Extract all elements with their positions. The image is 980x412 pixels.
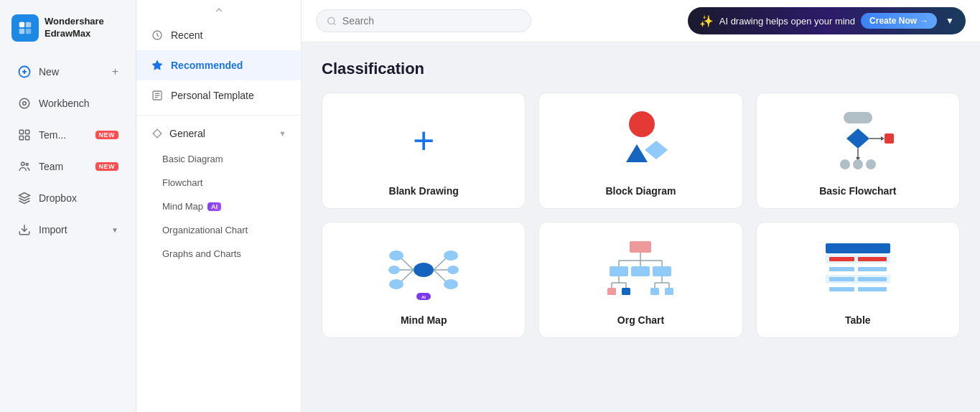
menu-sub-flowchart[interactable]: Flowchart (136, 171, 301, 195)
card-mind-map[interactable]: AI Mind Map (322, 222, 526, 338)
file-icon (151, 89, 164, 102)
sidebar-item-team[interactable]: Team NEW (6, 152, 130, 181)
menu-item-personal-template[interactable]: Personal Template (136, 80, 301, 111)
svg-point-40 (389, 251, 403, 261)
menu-sub-basic-diagram[interactable]: Basic Diagram (136, 147, 301, 171)
svg-rect-83 (858, 277, 887, 281)
svg-point-46 (444, 251, 458, 261)
card-org-chart[interactable]: Org Chart (538, 222, 742, 338)
templates-new-badge: NEW (95, 131, 119, 139)
ai-btn-label: Create Now (869, 16, 917, 26)
team-icon (17, 159, 32, 174)
svg-marker-31 (881, 136, 885, 141)
sidebar-item-templates-label: Tem... (39, 129, 66, 141)
menu-item-personal-template-label: Personal Template (171, 90, 254, 101)
menu-section-general[interactable]: General ▼ (136, 120, 301, 147)
menu-divider (136, 115, 301, 116)
card-table[interactable]: Table (756, 222, 960, 338)
svg-rect-11 (19, 136, 23, 140)
diamond-icon (151, 127, 164, 140)
svg-point-7 (19, 98, 29, 108)
main-content: ✨ AI drawing helps open your mind Create… (302, 0, 980, 412)
cards-grid: + Blank Drawing Block Diagram (322, 93, 960, 338)
search-box[interactable] (316, 9, 531, 32)
svg-line-49 (434, 270, 447, 282)
scroll-up-button[interactable] (136, 0, 301, 20)
card-block-diagram[interactable]: Block Diagram (538, 93, 742, 209)
svg-rect-9 (19, 130, 23, 134)
svg-point-36 (853, 159, 863, 169)
clock-icon (151, 29, 164, 42)
svg-line-39 (401, 258, 414, 270)
svg-line-43 (401, 270, 414, 282)
sidebar-item-dropbox[interactable]: Dropbox (6, 184, 130, 212)
new-plus-icon: + (112, 65, 118, 78)
ai-create-now-button[interactable]: Create Now → (861, 13, 937, 29)
svg-marker-17 (152, 60, 162, 70)
sidebar-item-team-label: Team (39, 161, 63, 172)
search-input[interactable] (342, 15, 521, 27)
top-bar: ✨ AI drawing helps open your mind Create… (302, 0, 980, 42)
sidebar-item-new[interactable]: New + (6, 57, 130, 86)
sidebar-item-workbench[interactable]: Workbench (6, 89, 130, 118)
svg-rect-10 (26, 130, 29, 134)
svg-rect-73 (665, 288, 673, 295)
basic-flowchart-label: Basic Flowchart (819, 185, 896, 197)
sidebar-item-workbench-label: Workbench (39, 98, 90, 109)
menu-item-recent-label: Recent (171, 29, 202, 41)
block-diagram-label: Block Diagram (605, 185, 676, 197)
logo-area: Wondershare EdrawMax (0, 9, 136, 56)
ai-badge: AI (207, 202, 221, 211)
svg-point-13 (22, 162, 25, 166)
menu-item-recommended[interactable]: Recommended (136, 50, 301, 80)
svg-rect-28 (844, 112, 872, 123)
mind-map-label: Mind Map (401, 314, 447, 326)
ai-banner[interactable]: ✨ AI drawing helps open your mind Create… (688, 7, 966, 34)
basic-diagram-label: Basic Diagram (162, 154, 223, 164)
svg-rect-1 (26, 22, 31, 27)
svg-line-24 (334, 23, 336, 25)
ai-btn-arrow-icon: → (920, 16, 928, 26)
svg-rect-2 (19, 29, 24, 34)
svg-rect-61 (653, 266, 671, 276)
banner-dropdown-icon[interactable]: ▼ (946, 16, 954, 26)
svg-rect-0 (19, 22, 24, 27)
svg-rect-12 (26, 136, 29, 140)
svg-marker-26 (645, 141, 668, 159)
sidebar-item-templates[interactable]: Tem... NEW (6, 121, 130, 149)
org-chart-label: Organizational Chart (162, 225, 248, 235)
star-icon (151, 59, 164, 72)
flowchart-label: Flowchart (162, 177, 202, 188)
menu-item-recent[interactable]: Recent (136, 20, 301, 50)
menu-sub-mindmap[interactable]: Mind Map AI (136, 195, 301, 218)
svg-rect-74 (826, 243, 890, 253)
content-area: Classification + Blank Drawing (302, 42, 980, 412)
card-basic-flowchart[interactable]: Basic Flowchart (756, 93, 960, 209)
mind-map-label: Mind Map (162, 201, 203, 212)
basic-flowchart-visual (822, 105, 894, 177)
svg-rect-67 (622, 288, 630, 295)
svg-rect-79 (829, 267, 854, 271)
blank-drawing-plus-icon: + (402, 119, 445, 162)
svg-point-8 (23, 102, 27, 106)
menu-panel: Recent Recommended Personal Template Gen… (136, 0, 302, 412)
app-name: Wondershare EdrawMax (45, 16, 104, 40)
search-icon (327, 16, 337, 27)
card-blank-drawing[interactable]: + Blank Drawing (322, 93, 526, 209)
table-label: Table (845, 314, 871, 326)
svg-marker-27 (626, 144, 648, 162)
sidebar: Wondershare EdrawMax New + Workbench Tem… (0, 0, 136, 412)
sidebar-item-import[interactable]: Import ▼ (6, 215, 130, 244)
menu-sub-org-chart[interactable]: Organizational Chart (136, 218, 301, 242)
svg-rect-66 (607, 288, 616, 295)
section-title: Classification (322, 60, 960, 78)
svg-text:AI: AI (421, 295, 426, 299)
sidebar-item-new-label: New (39, 66, 59, 78)
svg-point-23 (328, 17, 335, 24)
blank-drawing-visual: + (388, 105, 459, 177)
menu-sub-graphs[interactable]: Graphs and Charts (136, 242, 301, 266)
svg-rect-60 (631, 266, 650, 276)
blank-drawing-label: Blank Drawing (389, 185, 459, 197)
templates-icon (17, 128, 32, 142)
svg-marker-29 (846, 128, 869, 149)
